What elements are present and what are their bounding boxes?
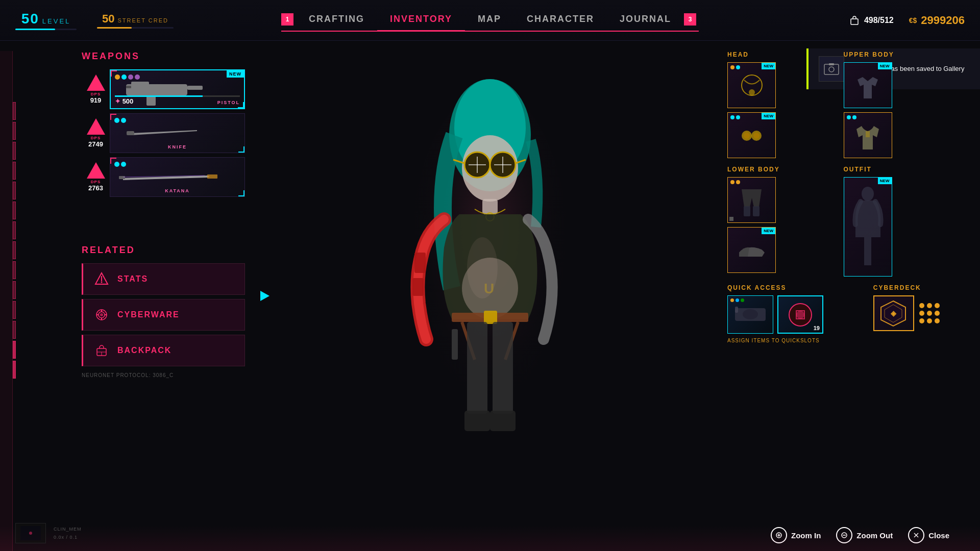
tab-crafting[interactable]: CRAFTING [296,9,377,30]
svg-point-56 [749,89,755,95]
weapon-dps-knife: DPS 2749 [82,113,110,153]
svg-rect-5 [146,95,156,106]
svg-point-54 [467,237,498,298]
svg-rect-4 [126,84,187,95]
head-section: HEAD NEW [727,51,836,158]
svg-point-59 [744,133,750,139]
svg-rect-11 [119,176,125,179]
top-right: 498/512 €$ 2999206 [849,14,965,27]
weapon-dps-katana: DPS 2763 [82,157,110,197]
tab-inventory[interactable]: INVENTORY [377,9,465,30]
related-panel: RELATED STATS CYBERWARE [82,245,245,378]
cyberdeck-section: CYBERDECK ◈ [873,284,952,343]
quick-item-2-icon [785,299,816,330]
bottom-decoration [0,525,980,551]
head-slot-earrings[interactable]: NEW [727,112,776,158]
necklace-dots [730,65,740,69]
dps-value-katana: 2763 [88,184,103,192]
jacket-icon [852,122,883,153]
weapon-slot-knife[interactable]: DPS 2749 KNIFE [82,113,245,153]
weapon-slot-pistol[interactable]: DPS 919 NEW [82,69,245,109]
outfit-icon [851,186,885,268]
svg-rect-7 [187,86,203,90]
backpack-label: BACKPACK [117,346,172,355]
svg-rect-50 [464,411,490,431]
quick-slot-2[interactable]: 19 [777,295,823,334]
pants-dots [730,180,740,184]
svg-rect-8 [126,86,131,88]
upper-slot-shirt[interactable]: NEW [844,62,892,108]
backpack-button[interactable]: BACKPACK [82,335,245,366]
svg-point-80 [29,532,32,535]
svg-point-63 [862,187,874,201]
svg-rect-48 [467,322,487,414]
stats-label: STATS [117,274,148,284]
stat-bars [13,102,17,379]
outfit-title: OUTFIT [844,166,952,173]
outfit-slot[interactable]: NEW [844,177,892,277]
svg-rect-41 [414,253,426,273]
svg-rect-10 [207,174,217,179]
tab-map[interactable]: MAP [465,9,514,30]
stats-icon [93,271,110,287]
quick-access-title: QUICK ACCESS [727,284,855,291]
earrings-icon [738,121,766,149]
cyberware-label: CYBERWARE [117,310,180,319]
quick-slot-2-num: 19 [814,325,820,331]
svg-rect-51 [490,411,516,431]
weight-info: 498/512 [849,15,894,26]
character-figure: U [393,74,587,492]
lower-slot-pants[interactable] [727,177,776,223]
minimap-icon [20,526,41,540]
new-badge-necklace: NEW [762,63,775,69]
level-value: 50 [21,11,39,27]
new-badge-shoes: NEW [762,228,775,234]
tab-character[interactable]: CHARACTER [514,9,607,30]
bottom-left-hud: CLIN_MEM 0.0x / 0.1 [15,523,82,543]
head-slot-necklace[interactable]: NEW [727,62,776,108]
lower-body-section: LOWER BODY [727,166,836,277]
upper-slot-jacket[interactable] [844,112,892,158]
nav-num-left[interactable]: 1 [281,13,293,26]
svg-rect-6 [131,82,149,86]
shirt-icon [852,72,883,103]
money-info: €$ 2999206 [909,14,965,27]
nav-num-right[interactable]: 3 [684,13,696,26]
quick-slots-row: 19 [727,295,855,334]
left-edge-decoration [0,51,13,551]
character-area: U [250,41,730,525]
money-value: 2999206 [921,14,965,27]
top-bar: 50 LEVEL 50 STREET CRED 1 CRAFTING INVEN… [0,0,980,41]
street-cred-value: 50 [102,12,114,26]
jacket-dots [847,115,856,119]
dps-value-pistol: 919 [90,96,102,104]
cyberware-button[interactable]: CYBERWARE [82,299,245,331]
level-info: 50 LEVEL 50 STREET CRED [15,11,174,30]
svg-rect-62 [753,206,760,216]
tab-journal[interactable]: JOURNAL [607,9,684,30]
weapon-slot-katana[interactable]: DPS 2763 KATANA [82,157,245,197]
cyberdeck-title: CYBERDECK [873,284,952,291]
lower-outfit-row: LOWER BODY [727,166,952,277]
svg-rect-49 [493,322,513,414]
bag-icon [849,15,860,26]
weight-display: 498/512 [864,16,894,25]
upper-body-title: UPPER BODY [844,51,952,58]
nav-tabs: 1 CRAFTING INVENTORY MAP CHARACTER JOURN… [281,9,699,32]
cyberdeck-slot[interactable]: ◈ [873,295,914,331]
earrings-dots [730,115,740,119]
svg-rect-39 [482,199,498,214]
lower-slot-shoes[interactable]: NEW [727,227,776,273]
weapon-dps-pistol: DPS 919 [82,69,110,109]
outfit-section: OUTFIT NEW [844,166,952,277]
svg-point-22 [100,313,103,316]
svg-rect-61 [744,206,750,216]
stats-button[interactable]: STATS [82,263,245,295]
new-badge-earrings: NEW [762,113,775,119]
cyberdeck-row: ◈ [873,295,952,331]
quick-slot-1[interactable] [727,295,773,334]
pants-icon [738,187,766,218]
svg-rect-42 [412,278,424,296]
svg-rect-53 [452,329,458,360]
assign-label: ASSIGN ITEMS TO QUICKSLOTS [727,338,855,343]
